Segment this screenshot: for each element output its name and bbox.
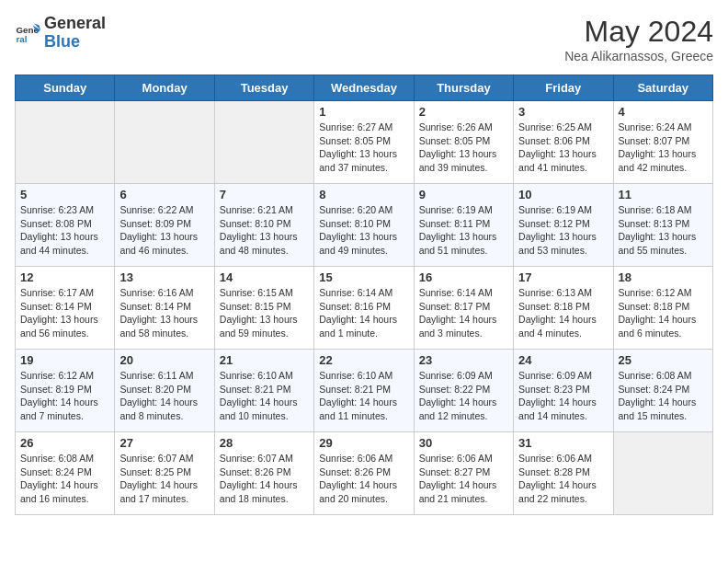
sun-info: Sunrise: 6:19 AM Sunset: 8:12 PM Dayligh… (518, 203, 608, 258)
day-cell: 22Sunrise: 6:10 AM Sunset: 8:21 PM Dayli… (314, 350, 414, 432)
page-header: Gene ral General Blue May 2024 Nea Alika… (15, 15, 713, 63)
day-number: 17 (518, 270, 608, 284)
day-cell: 26Sunrise: 6:08 AM Sunset: 8:24 PM Dayli… (16, 432, 115, 515)
sun-info: Sunrise: 6:07 AM Sunset: 8:26 PM Dayligh… (220, 452, 309, 506)
day-number: 21 (220, 353, 309, 367)
sun-info: Sunrise: 6:25 AM Sunset: 8:06 PM Dayligh… (518, 121, 608, 175)
day-number: 16 (419, 270, 508, 284)
day-cell: 25Sunrise: 6:08 AM Sunset: 8:24 PM Dayli… (613, 350, 712, 432)
day-number: 13 (119, 270, 209, 284)
logo-text-blue: Blue (44, 32, 80, 51)
sun-info: Sunrise: 6:19 AM Sunset: 8:11 PM Dayligh… (419, 203, 508, 258)
day-number: 15 (319, 270, 408, 284)
day-cell: 4Sunrise: 6:24 AM Sunset: 8:07 PM Daylig… (613, 101, 712, 184)
day-cell: 17Sunrise: 6:13 AM Sunset: 8:18 PM Dayli… (514, 267, 613, 350)
sun-info: Sunrise: 6:15 AM Sunset: 8:15 PM Dayligh… (220, 286, 309, 340)
sun-info: Sunrise: 6:20 AM Sunset: 8:10 PM Dayligh… (319, 203, 408, 258)
day-cell: 23Sunrise: 6:09 AM Sunset: 8:22 PM Dayli… (414, 350, 513, 432)
day-cell: 7Sunrise: 6:21 AM Sunset: 8:10 PM Daylig… (214, 184, 313, 267)
day-cell (214, 101, 313, 184)
col-header-tuesday: Tuesday (214, 75, 313, 101)
day-number: 5 (20, 188, 109, 201)
sun-info: Sunrise: 6:06 AM Sunset: 8:27 PM Dayligh… (419, 452, 508, 506)
sun-info: Sunrise: 6:08 AM Sunset: 8:24 PM Dayligh… (20, 452, 109, 506)
col-header-monday: Monday (115, 75, 214, 101)
day-cell: 12Sunrise: 6:17 AM Sunset: 8:14 PM Dayli… (16, 267, 115, 350)
day-number: 6 (119, 188, 209, 201)
day-cell: 16Sunrise: 6:14 AM Sunset: 8:17 PM Dayli… (414, 267, 513, 350)
sun-info: Sunrise: 6:23 AM Sunset: 8:08 PM Dayligh… (20, 203, 109, 258)
day-cell: 27Sunrise: 6:07 AM Sunset: 8:25 PM Dayli… (115, 432, 214, 515)
day-cell: 10Sunrise: 6:19 AM Sunset: 8:12 PM Dayli… (514, 184, 613, 267)
day-number: 23 (419, 353, 508, 367)
day-number: 19 (20, 353, 109, 367)
sun-info: Sunrise: 6:07 AM Sunset: 8:25 PM Dayligh… (119, 452, 209, 506)
day-number: 1 (319, 105, 408, 119)
day-number: 4 (619, 105, 708, 119)
logo: Gene ral General Blue (15, 15, 106, 52)
day-number: 18 (619, 270, 708, 284)
sun-info: Sunrise: 6:12 AM Sunset: 8:19 PM Dayligh… (20, 369, 109, 423)
day-cell: 20Sunrise: 6:11 AM Sunset: 8:20 PM Dayli… (115, 350, 214, 432)
sun-info: Sunrise: 6:12 AM Sunset: 8:18 PM Dayligh… (619, 286, 708, 340)
day-number: 27 (119, 436, 209, 450)
week-row-4: 19Sunrise: 6:12 AM Sunset: 8:19 PM Dayli… (16, 350, 713, 432)
sun-info: Sunrise: 6:08 AM Sunset: 8:24 PM Dayligh… (619, 369, 708, 423)
sun-info: Sunrise: 6:11 AM Sunset: 8:20 PM Dayligh… (119, 369, 209, 423)
day-cell: 24Sunrise: 6:09 AM Sunset: 8:23 PM Dayli… (514, 350, 613, 432)
day-number: 29 (319, 436, 408, 450)
day-cell (613, 432, 712, 515)
sun-info: Sunrise: 6:06 AM Sunset: 8:28 PM Dayligh… (518, 452, 608, 506)
logo-text-general: General (44, 14, 106, 32)
day-cell: 3Sunrise: 6:25 AM Sunset: 8:06 PM Daylig… (514, 101, 613, 184)
day-number: 12 (20, 270, 109, 284)
day-number: 30 (419, 436, 508, 450)
day-number: 20 (119, 353, 209, 367)
sun-info: Sunrise: 6:09 AM Sunset: 8:23 PM Dayligh… (518, 369, 608, 423)
day-cell: 13Sunrise: 6:16 AM Sunset: 8:14 PM Dayli… (115, 267, 214, 350)
sun-info: Sunrise: 6:06 AM Sunset: 8:26 PM Dayligh… (319, 452, 408, 506)
day-cell: 2Sunrise: 6:26 AM Sunset: 8:05 PM Daylig… (414, 101, 513, 184)
day-cell: 21Sunrise: 6:10 AM Sunset: 8:21 PM Dayli… (214, 350, 313, 432)
day-cell: 28Sunrise: 6:07 AM Sunset: 8:26 PM Dayli… (214, 432, 313, 515)
day-cell: 14Sunrise: 6:15 AM Sunset: 8:15 PM Dayli… (214, 267, 313, 350)
sun-info: Sunrise: 6:26 AM Sunset: 8:05 PM Dayligh… (419, 121, 508, 175)
day-cell: 30Sunrise: 6:06 AM Sunset: 8:27 PM Dayli… (414, 432, 513, 515)
day-number: 25 (619, 353, 708, 367)
col-header-saturday: Saturday (613, 75, 712, 101)
day-cell: 9Sunrise: 6:19 AM Sunset: 8:11 PM Daylig… (414, 184, 513, 267)
day-cell: 15Sunrise: 6:14 AM Sunset: 8:16 PM Dayli… (314, 267, 414, 350)
day-number: 11 (619, 188, 708, 201)
day-number: 10 (518, 188, 608, 201)
sun-info: Sunrise: 6:22 AM Sunset: 8:09 PM Dayligh… (119, 203, 209, 258)
day-cell: 6Sunrise: 6:22 AM Sunset: 8:09 PM Daylig… (115, 184, 214, 267)
location-subtitle: Nea Alikarnassos, Greece (564, 49, 713, 63)
col-header-friday: Friday (514, 75, 613, 101)
sun-info: Sunrise: 6:24 AM Sunset: 8:07 PM Dayligh… (619, 121, 708, 175)
day-number: 2 (419, 105, 508, 119)
day-number: 7 (220, 188, 309, 201)
day-number: 26 (20, 436, 109, 450)
sun-info: Sunrise: 6:17 AM Sunset: 8:14 PM Dayligh… (20, 286, 109, 340)
day-cell: 5Sunrise: 6:23 AM Sunset: 8:08 PM Daylig… (16, 184, 115, 267)
week-row-2: 5Sunrise: 6:23 AM Sunset: 8:08 PM Daylig… (16, 184, 713, 267)
logo-icon: Gene ral (15, 20, 40, 46)
sun-info: Sunrise: 6:14 AM Sunset: 8:17 PM Dayligh… (419, 286, 508, 340)
week-row-3: 12Sunrise: 6:17 AM Sunset: 8:14 PM Dayli… (16, 267, 713, 350)
week-row-1: 1Sunrise: 6:27 AM Sunset: 8:05 PM Daylig… (16, 101, 713, 184)
day-cell: 29Sunrise: 6:06 AM Sunset: 8:26 PM Dayli… (314, 432, 414, 515)
day-cell: 1Sunrise: 6:27 AM Sunset: 8:05 PM Daylig… (314, 101, 414, 184)
day-cell: 8Sunrise: 6:20 AM Sunset: 8:10 PM Daylig… (314, 184, 414, 267)
sun-info: Sunrise: 6:21 AM Sunset: 8:10 PM Dayligh… (220, 203, 309, 258)
day-cell: 19Sunrise: 6:12 AM Sunset: 8:19 PM Dayli… (16, 350, 115, 432)
day-number: 3 (518, 105, 608, 119)
day-cell (16, 101, 115, 184)
title-block: May 2024 Nea Alikarnassos, Greece (564, 15, 713, 63)
day-number: 22 (319, 353, 408, 367)
col-header-thursday: Thursday (414, 75, 513, 101)
sun-info: Sunrise: 6:14 AM Sunset: 8:16 PM Dayligh… (319, 286, 408, 340)
day-cell: 31Sunrise: 6:06 AM Sunset: 8:28 PM Dayli… (514, 432, 613, 515)
day-cell (115, 101, 214, 184)
day-number: 31 (518, 436, 608, 450)
sun-info: Sunrise: 6:10 AM Sunset: 8:21 PM Dayligh… (319, 369, 408, 423)
